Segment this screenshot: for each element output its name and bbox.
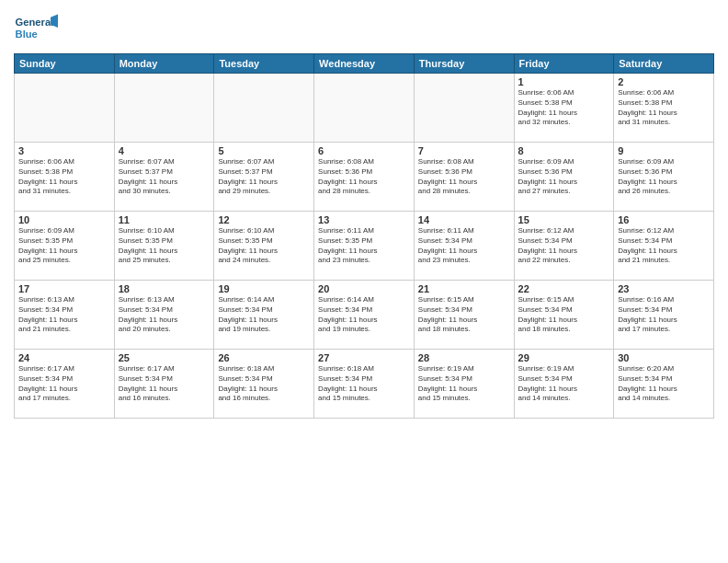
day-number: 15 <box>518 214 610 225</box>
calendar-cell: 30Sunrise: 6:20 AM Sunset: 5:34 PM Dayli… <box>614 350 714 419</box>
day-info: Sunrise: 6:15 AM Sunset: 5:34 PM Dayligh… <box>518 295 610 335</box>
day-info: Sunrise: 6:11 AM Sunset: 5:35 PM Dayligh… <box>318 226 410 266</box>
calendar-cell: 24Sunrise: 6:17 AM Sunset: 5:34 PM Dayli… <box>15 350 115 419</box>
calendar-cell: 26Sunrise: 6:18 AM Sunset: 5:34 PM Dayli… <box>214 350 314 419</box>
day-info: Sunrise: 6:09 AM Sunset: 5:36 PM Dayligh… <box>518 157 610 197</box>
calendar-cell: 8Sunrise: 6:09 AM Sunset: 5:36 PM Daylig… <box>514 143 614 212</box>
day-info: Sunrise: 6:08 AM Sunset: 5:36 PM Dayligh… <box>418 157 510 197</box>
day-number: 28 <box>418 352 510 363</box>
calendar-cell: 18Sunrise: 6:13 AM Sunset: 5:34 PM Dayli… <box>114 281 214 350</box>
calendar-cell: 3Sunrise: 6:06 AM Sunset: 5:38 PM Daylig… <box>15 143 115 212</box>
day-number: 2 <box>618 76 710 87</box>
day-info: Sunrise: 6:07 AM Sunset: 5:37 PM Dayligh… <box>218 157 310 197</box>
calendar-cell: 1Sunrise: 6:06 AM Sunset: 5:38 PM Daylig… <box>514 74 614 143</box>
calendar-cell: 13Sunrise: 6:11 AM Sunset: 5:35 PM Dayli… <box>314 212 415 281</box>
day-info: Sunrise: 6:10 AM Sunset: 5:35 PM Dayligh… <box>119 226 210 266</box>
calendar-cell: 22Sunrise: 6:15 AM Sunset: 5:34 PM Dayli… <box>514 281 614 350</box>
weekday-header-row: SundayMondayTuesdayWednesdayThursdayFrid… <box>15 54 714 74</box>
calendar-cell: 12Sunrise: 6:10 AM Sunset: 5:35 PM Dayli… <box>214 212 314 281</box>
day-number: 12 <box>218 214 310 225</box>
calendar-cell <box>15 74 115 143</box>
day-number: 23 <box>618 283 710 294</box>
day-info: Sunrise: 6:12 AM Sunset: 5:34 PM Dayligh… <box>518 226 610 266</box>
weekday-tuesday: Tuesday <box>214 54 314 74</box>
day-number: 11 <box>119 214 210 225</box>
day-info: Sunrise: 6:06 AM Sunset: 5:38 PM Dayligh… <box>518 88 610 128</box>
calendar-cell <box>414 74 514 143</box>
svg-text:Blue: Blue <box>16 29 38 40</box>
calendar-cell <box>114 74 214 143</box>
day-info: Sunrise: 6:17 AM Sunset: 5:34 PM Dayligh… <box>18 364 110 404</box>
calendar-week-4: 17Sunrise: 6:13 AM Sunset: 5:34 PM Dayli… <box>15 281 714 350</box>
calendar-cell: 10Sunrise: 6:09 AM Sunset: 5:35 PM Dayli… <box>15 212 115 281</box>
day-number: 13 <box>318 214 410 225</box>
page: General Blue SundayMondayTuesdayWednesda… <box>0 0 728 563</box>
day-number: 21 <box>418 283 510 294</box>
calendar-cell: 21Sunrise: 6:15 AM Sunset: 5:34 PM Dayli… <box>414 281 514 350</box>
weekday-monday: Monday <box>114 54 214 74</box>
day-number: 19 <box>218 283 310 294</box>
calendar-week-2: 3Sunrise: 6:06 AM Sunset: 5:38 PM Daylig… <box>15 143 714 212</box>
calendar-cell: 9Sunrise: 6:09 AM Sunset: 5:36 PM Daylig… <box>614 143 714 212</box>
calendar-cell: 28Sunrise: 6:19 AM Sunset: 5:34 PM Dayli… <box>414 350 514 419</box>
weekday-wednesday: Wednesday <box>314 54 415 74</box>
header: General Blue <box>14 9 714 46</box>
day-number: 5 <box>218 145 310 156</box>
weekday-sunday: Sunday <box>15 54 115 74</box>
day-number: 1 <box>518 76 610 87</box>
day-number: 24 <box>18 352 110 363</box>
day-number: 18 <box>119 283 210 294</box>
day-number: 10 <box>18 214 110 225</box>
calendar-cell: 19Sunrise: 6:14 AM Sunset: 5:34 PM Dayli… <box>214 281 314 350</box>
logo-svg: General Blue <box>14 9 58 46</box>
day-number: 16 <box>618 214 710 225</box>
day-number: 9 <box>618 145 710 156</box>
day-number: 30 <box>618 352 710 363</box>
day-number: 3 <box>18 145 110 156</box>
day-number: 27 <box>318 352 410 363</box>
calendar-cell: 11Sunrise: 6:10 AM Sunset: 5:35 PM Dayli… <box>114 212 214 281</box>
day-info: Sunrise: 6:18 AM Sunset: 5:34 PM Dayligh… <box>218 364 310 404</box>
day-info: Sunrise: 6:14 AM Sunset: 5:34 PM Dayligh… <box>318 295 410 335</box>
day-number: 22 <box>518 283 610 294</box>
calendar-cell: 29Sunrise: 6:19 AM Sunset: 5:34 PM Dayli… <box>514 350 614 419</box>
calendar-cell: 2Sunrise: 6:06 AM Sunset: 5:38 PM Daylig… <box>614 74 714 143</box>
calendar-cell: 17Sunrise: 6:13 AM Sunset: 5:34 PM Dayli… <box>15 281 115 350</box>
calendar-cell: 4Sunrise: 6:07 AM Sunset: 5:37 PM Daylig… <box>114 143 214 212</box>
day-info: Sunrise: 6:18 AM Sunset: 5:34 PM Dayligh… <box>318 364 410 404</box>
calendar-cell <box>314 74 415 143</box>
calendar-table: SundayMondayTuesdayWednesdayThursdayFrid… <box>14 53 714 419</box>
weekday-saturday: Saturday <box>614 54 714 74</box>
day-info: Sunrise: 6:07 AM Sunset: 5:37 PM Dayligh… <box>119 157 210 197</box>
calendar-cell <box>214 74 314 143</box>
day-info: Sunrise: 6:13 AM Sunset: 5:34 PM Dayligh… <box>119 295 210 335</box>
calendar-cell: 20Sunrise: 6:14 AM Sunset: 5:34 PM Dayli… <box>314 281 415 350</box>
day-info: Sunrise: 6:10 AM Sunset: 5:35 PM Dayligh… <box>218 226 310 266</box>
day-number: 8 <box>518 145 610 156</box>
calendar-cell: 5Sunrise: 6:07 AM Sunset: 5:37 PM Daylig… <box>214 143 314 212</box>
day-info: Sunrise: 6:06 AM Sunset: 5:38 PM Dayligh… <box>618 88 710 128</box>
day-number: 17 <box>18 283 110 294</box>
day-info: Sunrise: 6:17 AM Sunset: 5:34 PM Dayligh… <box>119 364 210 404</box>
calendar-cell: 6Sunrise: 6:08 AM Sunset: 5:36 PM Daylig… <box>314 143 415 212</box>
calendar-cell: 23Sunrise: 6:16 AM Sunset: 5:34 PM Dayli… <box>614 281 714 350</box>
day-info: Sunrise: 6:20 AM Sunset: 5:34 PM Dayligh… <box>618 364 710 404</box>
day-info: Sunrise: 6:14 AM Sunset: 5:34 PM Dayligh… <box>218 295 310 335</box>
calendar-cell: 25Sunrise: 6:17 AM Sunset: 5:34 PM Dayli… <box>114 350 214 419</box>
svg-text:General: General <box>16 17 54 28</box>
day-info: Sunrise: 6:09 AM Sunset: 5:35 PM Dayligh… <box>18 226 110 266</box>
day-info: Sunrise: 6:19 AM Sunset: 5:34 PM Dayligh… <box>518 364 610 404</box>
day-number: 29 <box>518 352 610 363</box>
day-info: Sunrise: 6:08 AM Sunset: 5:36 PM Dayligh… <box>318 157 410 197</box>
weekday-thursday: Thursday <box>414 54 514 74</box>
day-number: 4 <box>119 145 210 156</box>
logo: General Blue <box>14 9 58 46</box>
calendar-cell: 7Sunrise: 6:08 AM Sunset: 5:36 PM Daylig… <box>414 143 514 212</box>
day-info: Sunrise: 6:19 AM Sunset: 5:34 PM Dayligh… <box>418 364 510 404</box>
calendar-cell: 14Sunrise: 6:11 AM Sunset: 5:34 PM Dayli… <box>414 212 514 281</box>
calendar-week-5: 24Sunrise: 6:17 AM Sunset: 5:34 PM Dayli… <box>15 350 714 419</box>
day-number: 26 <box>218 352 310 363</box>
day-info: Sunrise: 6:11 AM Sunset: 5:34 PM Dayligh… <box>418 226 510 266</box>
day-number: 7 <box>418 145 510 156</box>
calendar-cell: 16Sunrise: 6:12 AM Sunset: 5:34 PM Dayli… <box>614 212 714 281</box>
